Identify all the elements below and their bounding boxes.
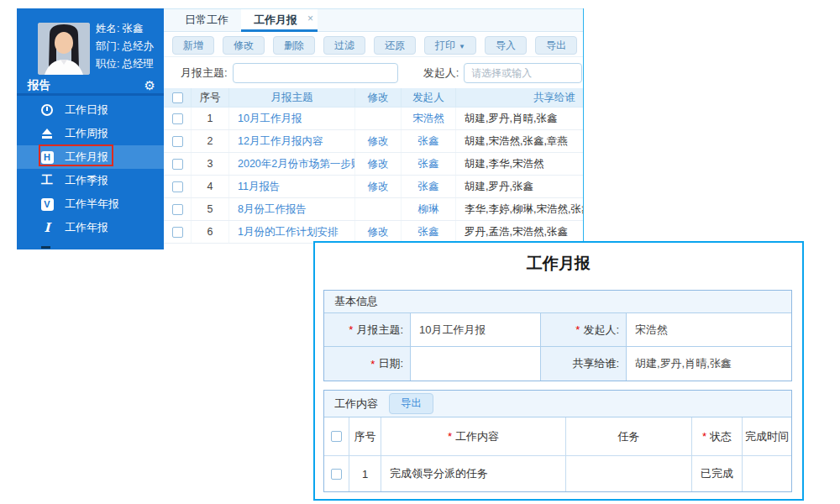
field-label-share: 共享给谁: [541,347,627,381]
weekly-report-icon [40,127,54,140]
initiator-filter-label: 发起人: [423,66,459,81]
row-checkbox[interactable] [172,159,183,170]
edit-button[interactable]: 修改 [223,36,265,55]
initiator-link[interactable]: 张鑫 [418,225,439,239]
edit-link[interactable]: 修改 [368,225,389,239]
delete-button[interactable]: 删除 [273,36,315,55]
work-row-checkbox[interactable] [331,469,342,480]
page: 姓名:张鑫 部门:总经办 职位:总经理 报告 ⚙ 工作日报 工作周报 H [0,0,840,504]
required-mark: * [448,430,452,443]
content-area: 日常工作 工作月报 × 新增 修改 删除 过滤 还原 打印▼ 导入 导出 查看日… [164,8,584,249]
field-value-date [411,347,541,381]
subject-link[interactable]: 2020年2月份市场第一步财务... [238,157,355,171]
table-row: 1 10月工作月报 宋浩然 胡建,罗丹,肖晴,张鑫 [164,108,584,130]
filter-button[interactable]: 过滤 [323,36,365,55]
report-list-table: 序号 月报主题 修改 发起人 共享给谁 1 10月工作月报 宋浩然 胡建,罗丹,… [164,88,584,244]
row-checkbox[interactable] [172,227,183,238]
subject-link[interactable]: 12月工作月报内容 [238,134,323,149]
work-row-status: 已完成 [692,456,743,491]
row-checkbox[interactable] [172,113,183,124]
sidebar-item-halfyear-report[interactable]: V 工作半年报 [17,192,164,216]
sidebar-item-monthly-report[interactable]: H 工作月报 [17,145,164,169]
share-list: 胡建,李华,宋浩然 [456,153,584,175]
import-button[interactable]: 导入 [485,36,527,55]
work-select-all-checkbox[interactable] [331,431,342,442]
edit-link[interactable]: 修改 [368,180,389,194]
sidebar-item-quarterly-report[interactable]: 工 工作季报 [17,169,164,192]
edit-link[interactable]: 修改 [368,157,389,171]
initiator-link[interactable]: 张鑫 [418,157,439,171]
sidebar-item-label: 工作年报 [65,220,108,235]
initiator-input[interactable] [464,63,582,83]
print-button[interactable]: 打印▼ [424,36,476,55]
monthly-report-icon: H [40,150,54,164]
sidebar-item-weekly-report[interactable]: 工作周报 [17,122,164,145]
sidebar-item-label: 工作日报 [65,102,108,118]
header-edit: 修改 [355,88,402,107]
required-mark: * [702,430,706,443]
close-icon[interactable]: × [307,8,313,29]
edit-link[interactable]: 修改 [368,134,389,149]
row-seq: 4 [192,176,229,197]
field-value-subject: 10月工作月报 [411,313,541,347]
basic-info-grid: *月报主题: 10月工作月报 *发起人: 宋浩然 *日期: 共享给谁: 胡建,罗… [324,313,791,381]
header-share: 共享给谁 [456,88,584,107]
subject-filter-label: 月报主题: [181,66,228,81]
initiator-link[interactable]: 张鑫 [418,134,439,149]
row-checkbox[interactable] [172,204,183,215]
table-row: 6 1月份的工作计划安排 修改 张鑫 罗丹,孟浩,宋浩然,张鑫 [164,221,584,244]
subject-input[interactable] [233,63,398,83]
table-row: 5 8月份工作报告 柳琳 李华,李婷,柳琳,宋浩然,张鑫 [164,198,584,221]
tab-monthly-report[interactable]: 工作月报 × [241,9,318,32]
row-checkbox[interactable] [172,181,183,192]
restore-button[interactable]: 还原 [374,36,416,55]
required-mark: * [575,323,580,336]
subject-link[interactable]: 10月工作月报 [238,112,302,126]
user-info: 姓名:张鑫 部门:总经办 职位:总经理 [96,20,156,73]
basic-info-header: 基本信息 [324,291,791,313]
tab-daily-work[interactable]: 日常工作 [172,9,241,32]
user-dept-line: 部门:总经办 [96,38,156,55]
initiator-link[interactable]: 柳琳 [418,202,439,217]
row-checkbox[interactable] [172,136,183,147]
quarterly-report-icon: 工 [40,174,54,187]
work-content-title: 工作内容 [334,396,378,412]
work-header-done-time: 完成时间 [743,417,791,456]
header-subject: 月报主题 [229,88,355,107]
subject-link[interactable]: 1月份的工作计划安排 [238,225,338,239]
work-row-done-time [743,456,791,491]
field-label-subject: *月报主题: [324,313,411,347]
modal-title: 工作月报 [315,253,802,275]
header-seq: 序号 [192,88,229,107]
row-seq: 5 [192,198,229,220]
user-name-line: 姓名:张鑫 [96,20,156,38]
work-export-button[interactable]: 导出 [389,393,433,414]
initiator-link[interactable]: 张鑫 [418,180,439,194]
select-all-checkbox[interactable] [172,92,183,103]
subject-link[interactable]: 8月份工作报告 [238,202,307,217]
add-button[interactable]: 新增 [172,36,214,55]
sidebar-item-daily-report[interactable]: 工作日报 [17,98,164,122]
initiator-link[interactable]: 宋浩然 [412,112,444,126]
daily-report-icon [40,103,54,117]
export-button[interactable]: 导出 [535,36,577,55]
row-seq: 3 [192,153,229,175]
sidebar-item-yearly-report[interactable]: I 工作年报 [17,216,164,239]
tab-bar: 日常工作 工作月报 × [164,9,584,32]
name-value: 张鑫 [122,23,143,34]
header-checkbox-cell [164,88,192,107]
sidebar-section-title: 报告 [28,79,50,92]
header-initiator: 发起人 [402,88,456,107]
work-row-task [566,456,692,491]
subject-link[interactable]: 11月报告 [238,180,280,194]
settings-gear-icon[interactable]: ⚙ [144,76,155,96]
field-value-initiator: 宋浩然 [627,313,791,347]
halfyear-report-icon: V [40,197,54,211]
basic-info-section: 基本信息 *月报主题: 10月工作月报 *发起人: 宋浩然 *日期: 共享给谁:… [323,290,792,381]
work-header-checkbox-cell [324,417,349,456]
sidebar-nav: 工作日报 工作周报 H 工作月报 工 工作季报 V 工作半年报 [17,98,164,239]
share-list: 胡建,罗丹,肖晴,张鑫 [456,108,584,129]
title-value: 总经理 [122,58,154,70]
dept-label: 部门: [96,40,119,52]
work-header-content: *工作内容 [381,417,566,456]
